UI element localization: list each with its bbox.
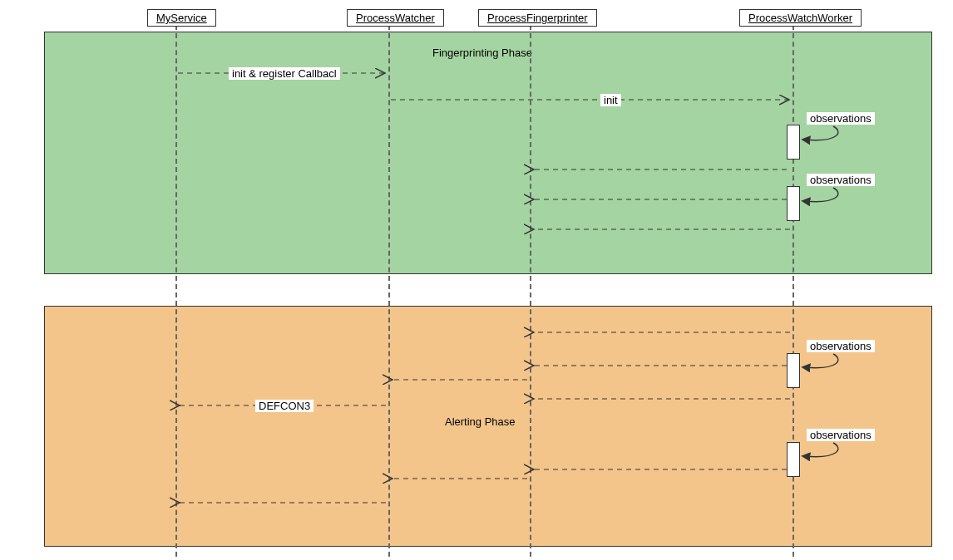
label-defcon3: DEFCON3: [255, 400, 314, 412]
label-observations-1: observations: [807, 112, 875, 125]
participant-myservice: MyService: [147, 9, 216, 27]
lifeline-processwatchworker: [793, 25, 794, 557]
participant-processwatchworker: ProcessWatchWorker: [739, 9, 862, 27]
sequence-diagram: Fingerprinting Phase Alerting Phase MySe…: [0, 0, 953, 560]
phase-label-green: Fingerprinting Phase: [432, 47, 532, 59]
participant-processwatcher: ProcessWatcher: [347, 9, 444, 27]
activation-1: [787, 125, 800, 160]
lifeline-myservice: [175, 25, 177, 557]
label-observations-3: observations: [807, 340, 875, 352]
lifeline-processwatcher: [388, 25, 390, 557]
participant-processfingerprinter: ProcessFingerprinter: [478, 9, 597, 27]
label-init: init: [600, 94, 621, 106]
phase-label-orange: Alerting Phase: [445, 415, 516, 428]
activation-4: [787, 442, 800, 477]
label-init-register: init & register Callbacl: [229, 67, 340, 80]
activation-2: [787, 186, 800, 221]
activation-3: [787, 353, 800, 388]
lifeline-processfingerprinter: [530, 25, 531, 557]
label-observations-2: observations: [807, 174, 875, 186]
label-observations-4: observations: [807, 429, 875, 441]
